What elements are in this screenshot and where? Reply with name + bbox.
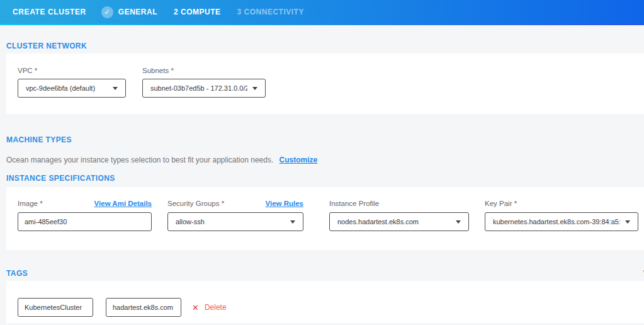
vpc-select-value: vpc-9dee6bfa (default)	[26, 84, 95, 92]
security-groups-label-row: Security Groups * View Rules	[167, 200, 303, 207]
delete-x-icon: ✕	[192, 304, 199, 312]
chevron-down-icon	[113, 87, 118, 90]
chevron-down-icon	[290, 220, 295, 224]
wizard-header: CREATE CLUSTER ✓ GENERAL 2 COMPUTE 3 CON…	[0, 0, 644, 24]
tags-heading-row: TAGS ▾	[0, 270, 644, 278]
image-field-group: Image * View Ami Details	[18, 200, 152, 250]
section-heading-cluster-network: CLUSTER NETWORK	[6, 42, 644, 50]
chevron-down-icon	[625, 220, 630, 224]
tab-compute-label: 2 COMPUTE	[174, 8, 221, 16]
subnets-select[interactable]: subnet-03b7ed5b - 172.31.0.0/20 ...	[142, 79, 266, 98]
view-ami-details-link[interactable]: View Ami Details	[94, 200, 152, 207]
section-heading-tags: TAGS	[6, 270, 644, 278]
subnets-field-group: Subnets * subnet-03b7ed5b - 172.31.0.0/2…	[142, 67, 266, 114]
tab-connectivity-label: 3 CONNECTIVITY	[237, 8, 304, 16]
image-label-row: Image * View Ami Details	[18, 200, 152, 207]
vpc-select[interactable]: vpc-9dee6bfa (default)	[18, 79, 126, 98]
instance-specifications-card: Image * View Ami Details Security Groups…	[6, 187, 644, 250]
tab-compute[interactable]: 2 COMPUTE	[174, 8, 221, 16]
security-groups-select[interactable]: allow-ssh	[167, 212, 303, 231]
key-pair-field-group: Key Pair * kubernetes.hadartest.ek8s.com…	[485, 200, 638, 250]
image-label: Image *	[18, 200, 43, 207]
image-input[interactable]	[18, 212, 152, 231]
subnets-label: Subnets *	[142, 67, 266, 74]
machine-types-description-row: Ocean manages your instance types select…	[6, 156, 644, 164]
security-groups-label: Security Groups *	[167, 200, 224, 207]
chevron-down-icon	[252, 87, 257, 90]
header-accent-divider	[0, 24, 644, 25]
vpc-field-group: VPC * vpc-9dee6bfa (default)	[18, 67, 126, 114]
key-pair-select[interactable]: kubernetes.hadartest.ek8s.com-39:84:a5:9…	[485, 212, 638, 231]
security-groups-field-group: Security Groups * View Rules allow-ssh	[167, 200, 303, 250]
tags-card: ✕ Delete	[6, 281, 644, 323]
instance-profile-select[interactable]: nodes.hadartest.ek8s.com	[329, 212, 469, 231]
key-pair-label: Key Pair *	[485, 200, 517, 207]
tab-connectivity[interactable]: 3 CONNECTIVITY	[237, 8, 304, 16]
security-groups-select-value: allow-ssh	[176, 218, 205, 225]
delete-tag-label: Delete	[205, 303, 227, 312]
customize-link[interactable]: Customize	[280, 156, 318, 164]
page-title: CREATE CLUSTER	[13, 8, 86, 16]
key-pair-label-row: Key Pair *	[485, 200, 638, 207]
tab-general-label: GENERAL	[118, 8, 157, 16]
chevron-down-icon	[456, 220, 461, 224]
subnets-select-value: subnet-03b7ed5b - 172.31.0.0/20 ...	[150, 84, 247, 92]
section-heading-machine-types: MACHINE TYPES	[6, 136, 644, 144]
instance-profile-select-value: nodes.hadartest.ek8s.com	[337, 218, 419, 225]
machine-types-description: Ocean manages your instance types select…	[6, 156, 273, 164]
vpc-label: VPC *	[18, 67, 126, 74]
section-heading-instance-specifications: INSTANCE SPECIFICATIONS	[6, 174, 644, 183]
tab-general[interactable]: ✓ GENERAL	[101, 6, 157, 18]
instance-profile-label: Instance Profile	[329, 200, 379, 207]
view-rules-link[interactable]: View Rules	[265, 200, 303, 207]
tag-value-input[interactable]	[106, 298, 181, 317]
instance-profile-field-group: Instance Profile nodes.hadartest.ek8s.co…	[329, 200, 469, 250]
key-pair-select-value: kubernetes.hadartest.ek8s.com-39:84:a5:9…	[493, 218, 620, 225]
cluster-network-card: VPC * vpc-9dee6bfa (default) Subnets * s…	[6, 54, 644, 114]
tag-key-input[interactable]	[18, 298, 93, 317]
instance-profile-label-row: Instance Profile	[329, 200, 469, 207]
delete-tag-button[interactable]: ✕ Delete	[192, 298, 227, 317]
check-circle-icon: ✓	[101, 6, 113, 18]
